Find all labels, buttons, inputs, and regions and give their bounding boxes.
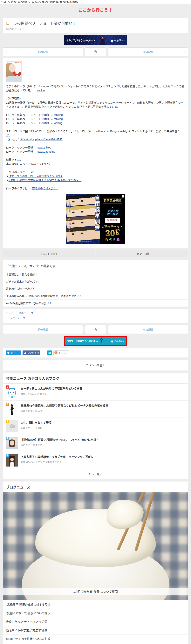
rola-photo-shirt xyxy=(6,76,21,82)
check-button[interactable]: チェック xyxy=(54,350,69,355)
thumb-up-icon xyxy=(24,352,26,354)
article-paragraph: モデルのローラ（26）が、Instagramで黒のベリーショートヘアでガラリとイ… xyxy=(6,84,185,92)
ranking-link[interactable]: ranking xyxy=(37,89,46,92)
today-news-line: ★【すっぴん画像】ローラのTwitterクソワロタ xyxy=(6,174,185,178)
latest-item[interactable]: AKB48・渡辺麻友のすっぴんが可愛い！ xyxy=(3,299,188,306)
write-comment-cta[interactable]: コメントを書く xyxy=(3,360,188,370)
social-share-bar: ツイート いいね！ 0 B! チェック xyxy=(3,348,188,358)
article-nav-bottom: ‹ 前の記事 次の記事 › xyxy=(3,325,188,334)
blog-news-item[interactable]: 通販サイトの"支払い方法"に疑問 xyxy=(3,626,188,634)
ad-banner-game[interactable]: 自由惑星同盟 本格宇宙SLGに登場！ ©田中芳樹/松竹・Production I… xyxy=(66,194,125,244)
category-row: カテゴリ： 芸能ニュース xyxy=(6,311,185,315)
gacha-amount-number: 30 xyxy=(105,229,115,238)
article-title: ローラの黒髪ベリーショート姿が可愛い！ xyxy=(6,20,185,26)
today-news-link[interactable]: 【すっぴん画像】ローラのTwitterクソワロタ xyxy=(8,174,63,178)
rola-photo-face xyxy=(9,64,16,72)
tweet-button[interactable]: ツイート xyxy=(6,350,21,355)
home-button[interactable] xyxy=(85,325,106,334)
tag-row: タグ： ローラ xyxy=(6,316,185,320)
popular-blogs-header: 芸能ニュース カテゴリ人気ブログ xyxy=(3,373,188,384)
category-latest-header: 「芸能ニュース」カテゴリの最新記事 xyxy=(3,262,188,270)
tweet-label: ツイート xyxy=(10,351,20,354)
blog-news-item[interactable]: "無線イヤホン"の普及について語る xyxy=(3,608,188,617)
blog-news-item[interactable]: MLBの"ハンカチ世代"で組んだ打線 xyxy=(3,634,188,643)
citation-line: （引用元：https://mdpr.jp/news/detail/1644747… xyxy=(6,138,185,142)
popular-item-title: ムーディ勝山さんが未だに年収数千万という事実 xyxy=(20,386,82,390)
gacha-get-label: もらえる! xyxy=(104,238,120,242)
popular-item[interactable]: 4 【画像35枚】可愛い・齊藤なぎさ(15)、しゃべくり007に出演！ 気になる… xyxy=(3,435,188,452)
category-link[interactable]: 芸能ニュース xyxy=(19,312,33,315)
ad-banner-top[interactable]: さあ、次はあなたのターン App Store xyxy=(64,36,127,45)
popular-item-source: 芸能NEWS＋｜エンタメ情報まとめ！ xyxy=(20,460,96,464)
ranking-link[interactable]: ranking xyxy=(54,118,63,120)
popular-item-source: 気になる芸能まとめ xyxy=(20,443,99,447)
comment-count-button[interactable]: コメント(0件) xyxy=(96,250,188,257)
next-article-button[interactable]: 次の記事 › xyxy=(108,325,188,334)
uwasa-line: ローラのウワサは → 芸能界のう・わ・さ！！ xyxy=(6,186,185,190)
heart-lollipop-icon: ROLA xyxy=(15,70,20,75)
check-label: チェック xyxy=(58,351,67,354)
app-store-label: App Store xyxy=(114,340,124,342)
uwasa-blog-link[interactable]: uwasa blog xyxy=(38,146,51,149)
blog-news-more-link[interactable]: もっと見る xyxy=(3,643,188,644)
apple-logo-icon xyxy=(111,39,114,42)
ad-characters-illustration xyxy=(97,36,108,45)
image-link-line: ローラ 黒髪ベリーショート姿画像 → ranking xyxy=(6,117,185,121)
latest-item[interactable]: 本田翼はよく見たら微妙！ xyxy=(3,270,188,278)
hatena-bookmark-button[interactable]: B! xyxy=(47,350,52,355)
ad-banner-password[interactable]: パスワード管理でもう迷わない App Store xyxy=(64,336,127,346)
popular-item-title: 【画像35枚】可愛い・齊藤なぎさ(15)、しゃべくり007に出演！ xyxy=(20,438,99,442)
rola-photo[interactable]: THE ROLA!! ROLA xyxy=(6,62,22,82)
rank-badge: 5 xyxy=(6,454,9,457)
latest-item[interactable]: 最新の広末涼子が凄い！ xyxy=(3,285,188,292)
facebook-like-button[interactable]: いいね！ 0 xyxy=(22,350,40,355)
popular-more-link[interactable]: もっと見る xyxy=(3,469,188,479)
home-icon xyxy=(94,50,98,54)
blog-news-item[interactable]: 夜食に作った"チャーハン"を公開 xyxy=(3,617,188,626)
ad-banner-top-text: さあ、次はあなたのターン xyxy=(66,38,95,42)
prev-article-button[interactable]: ‹ 前の記事 xyxy=(3,325,83,334)
chevron-left-icon: ‹ xyxy=(6,49,7,54)
ad-game-cross: × xyxy=(112,205,113,209)
quote-body: 12日発売の雑誌「sweet」1月号の表紙を投稿したローラ。サイドと襟足がスッキ… xyxy=(6,101,185,109)
home-icon xyxy=(94,328,98,332)
write-comment-button[interactable]: コメントを書く xyxy=(3,250,95,257)
app-store-badge: App Store xyxy=(111,39,125,42)
popular-item[interactable]: 2 元欅坂46今泉佑唯、水着姿で見事なくびれとビーナス級の色気を披露 芸能人の気… xyxy=(3,401,188,418)
gacha-sheets-label: 枚 xyxy=(116,231,120,235)
popular-item[interactable]: 3 no image 人生、顔じゃなくて表情 芸能人ニュース速報 xyxy=(3,418,188,435)
today-news-line: ★志村けんの意外な本命女性！菜々緒でも森下悠里でもなく... xyxy=(6,178,185,182)
app-store-label: App Store xyxy=(114,39,125,42)
featured-image-caption: 1カ月でかかる"食費"について質問 xyxy=(3,588,188,595)
popular-item-thumbnail: 3 no image xyxy=(6,420,18,432)
citation-link[interactable]: https://mdpr.jp/news/detail/1644747 xyxy=(20,138,62,141)
popular-item-thumbnail: 1 xyxy=(6,386,18,398)
blog-title[interactable]: ここから行こう！ xyxy=(0,7,191,13)
prev-article-button[interactable]: ‹ 前の記事 xyxy=(3,48,83,56)
ad-game-copyright: ©田中芳樹/松竹・Production I.G xyxy=(74,239,91,243)
article-comment: 綺麗ですね。 xyxy=(6,158,185,162)
latest-item[interactable]: ガチった鈴木奈々がヤバイ！ xyxy=(3,278,188,285)
check-icon xyxy=(54,351,58,354)
tag-link[interactable]: ローラ xyxy=(18,317,25,320)
ranking-link[interactable]: ranking xyxy=(54,113,63,116)
popular-item[interactable]: 5 上原多香子の再婚相手コウカズヤ氏、バッシングに逆ギレ！ 芸能NEWS＋｜エン… xyxy=(3,452,188,469)
latest-item[interactable]: ゲスの極み乙女。・川谷絵音の「魔女の宅急便」キキ姿がヤバイ！ xyxy=(3,292,188,299)
apple-logo-icon xyxy=(111,340,114,342)
next-article-button[interactable]: 次の記事 › xyxy=(108,48,188,56)
like-count: 0 xyxy=(38,352,39,354)
info-icon[interactable]: i xyxy=(122,195,124,198)
tag-label: タグ： xyxy=(6,316,17,320)
looking-link[interactable]: looking xyxy=(54,122,62,124)
popular-item[interactable]: 1 ムーディ勝山さんが未だに年収数千万という事実 芸能ネタはこれだけでおｋ xyxy=(3,384,188,401)
blog-news-featured-image[interactable]: 1カ月でかかる"食費"について質問 xyxy=(3,492,188,600)
blog-news-item[interactable]: "高橋周平"近況の成績に対する反応 xyxy=(3,600,188,608)
ad-game-vertical-title: 自由惑星同盟 xyxy=(95,195,99,231)
like-label: いいね！ xyxy=(28,351,36,354)
uwasa-reading-link[interactable]: uwasa reading xyxy=(38,150,55,153)
home-button[interactable] xyxy=(85,48,106,56)
svg-text:no image: no image xyxy=(10,429,15,431)
uwasa-link[interactable]: 芸能界のう・わ・さ！！ xyxy=(32,187,58,190)
today-news-link[interactable]: 志村けんの意外な本命女性！菜々緒でも森下悠里でもなく... xyxy=(8,179,82,182)
next-article-label: 次の記事 xyxy=(142,328,154,332)
